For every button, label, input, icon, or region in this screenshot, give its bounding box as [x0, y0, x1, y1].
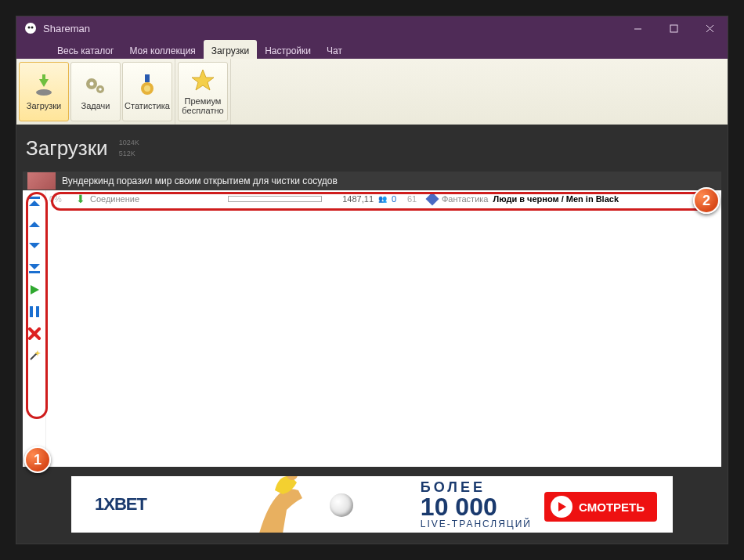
item-title: Люди в черном / Men in Black — [493, 194, 619, 204]
tab-downloads[interactable]: Загрузки — [204, 40, 257, 59]
peers-down: 61 — [407, 194, 423, 204]
download-arrow-icon: ⬇ — [76, 193, 85, 205]
progress-bar — [228, 196, 322, 202]
move-up-button[interactable] — [27, 217, 42, 231]
svg-point-9 — [90, 81, 94, 85]
ad-thumbnail — [27, 172, 56, 190]
svg-point-14 — [144, 85, 150, 92]
svg-rect-18 — [36, 306, 39, 317]
window-title: Shareman — [43, 23, 90, 34]
svg-rect-15 — [29, 197, 40, 199]
peers-up: 0 — [392, 194, 403, 204]
category-icon — [426, 193, 439, 206]
svg-rect-16 — [29, 271, 40, 273]
svg-point-2 — [31, 27, 34, 29]
ad-banner[interactable]: 1XBET БОЛЕЕ 10 000 LIVE-ТРАНСЛЯЦИЙ СМОТР… — [71, 476, 673, 533]
vertical-toolbar — [23, 190, 46, 467]
ribbon-label: Статистика — [125, 101, 170, 110]
tick-label: 1024K — [119, 137, 139, 148]
medal-icon — [135, 73, 160, 98]
maximize-button[interactable] — [656, 16, 692, 40]
svg-rect-4 — [670, 25, 677, 32]
app-icon — [24, 22, 37, 34]
titlebar: Shareman — [16, 16, 728, 40]
minimize-button[interactable] — [619, 16, 656, 40]
page-title: Загрузки — [26, 136, 108, 161]
banner-line2: 10 000 — [421, 494, 532, 519]
ribbon-downloads[interactable]: Загрузки — [19, 62, 69, 121]
svg-point-1 — [28, 27, 31, 29]
ribbon-label: Задачи — [81, 101, 110, 110]
content-area: Вундеркинд поразил мир своим открытием д… — [23, 172, 721, 467]
svg-rect-12 — [145, 74, 150, 82]
ad-strip[interactable]: Вундеркинд поразил мир своим открытием д… — [23, 172, 721, 190]
ribbon-label: Премиум бесплатно — [182, 96, 223, 115]
size-label: 1487,11 — [327, 194, 374, 204]
wand-button[interactable] — [27, 349, 42, 363]
ball-graphic — [330, 493, 353, 517]
svg-point-11 — [99, 88, 102, 91]
ribbon-stats[interactable]: Статистика — [122, 62, 172, 121]
ad-text: Вундеркинд поразил мир своим открытием д… — [62, 175, 338, 186]
svg-point-0 — [25, 23, 36, 34]
player-graphic — [228, 476, 338, 533]
pause-button[interactable] — [27, 305, 42, 319]
move-top-button[interactable] — [27, 195, 42, 209]
ribbon-premium[interactable]: Премиум бесплатно — [178, 62, 228, 121]
tab-settings[interactable]: Настройки — [257, 40, 319, 59]
download-icon — [31, 73, 56, 98]
page-header: Загрузки 1024K 512K — [16, 125, 728, 172]
ribbon: Загрузки Задачи Статистика Премиум беспл… — [16, 59, 728, 125]
star-icon — [190, 68, 215, 93]
tab-chat[interactable]: Чат — [319, 40, 350, 59]
tick-label: 512K — [119, 148, 139, 159]
move-bottom-button[interactable] — [27, 261, 42, 275]
banner-logo: 1XBET — [95, 494, 146, 515]
callout-2: 2 — [693, 187, 720, 214]
banner-cta[interactable]: СМОТРЕТЬ — [544, 492, 657, 522]
gears-icon — [83, 73, 108, 98]
category-label: Фантастика — [442, 194, 488, 204]
download-row[interactable]: 0% ⬇ Соединение 1487,11 👥 0 61 Фантастик… — [46, 190, 721, 208]
play-button[interactable] — [27, 283, 42, 297]
tab-catalog[interactable]: Весь каталог — [49, 40, 121, 59]
move-down-button[interactable] — [27, 239, 42, 253]
menu-tabs: Весь каталог Моя коллекция Загрузки Наст… — [16, 40, 728, 59]
svg-rect-17 — [30, 306, 33, 317]
percent-label: 0% — [49, 194, 71, 204]
banner-line3: LIVE-ТРАНСЛЯЦИЙ — [421, 519, 532, 529]
tab-collection[interactable]: Моя коллекция — [121, 40, 203, 59]
delete-button[interactable] — [27, 327, 42, 341]
status-label: Соединение — [90, 194, 223, 204]
ribbon-tasks[interactable]: Задачи — [70, 62, 121, 121]
close-button[interactable] — [692, 16, 728, 40]
callout-1: 1 — [24, 446, 51, 473]
svg-point-7 — [36, 89, 52, 96]
peers-icon: 👥 — [378, 195, 387, 203]
ribbon-label: Загрузки — [27, 101, 61, 110]
